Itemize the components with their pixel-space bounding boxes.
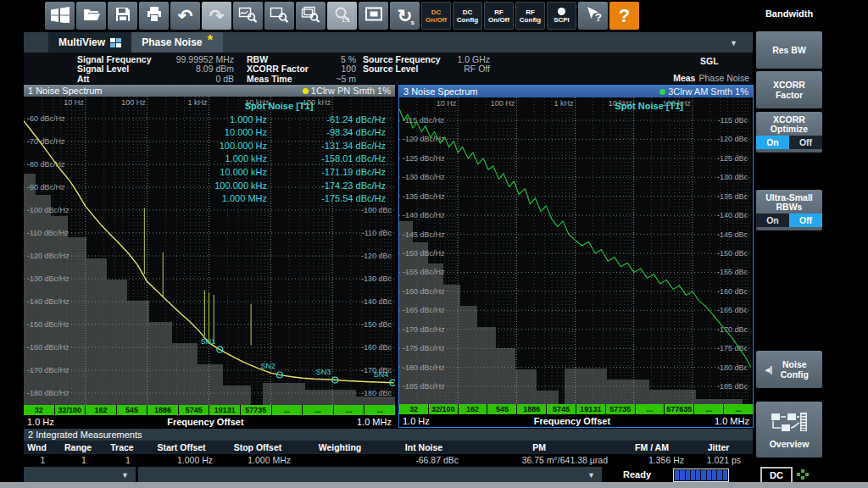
tab-overflow-chevron-icon[interactable]: ▼ bbox=[730, 39, 737, 47]
x-axis-title: Frequency Offset bbox=[534, 416, 610, 426]
svg-text:-165 dBc/Hz: -165 dBc/Hz bbox=[403, 306, 445, 314]
status-field-mid[interactable]: ▼ bbox=[138, 467, 602, 482]
overview-flowchart-icon bbox=[770, 411, 809, 436]
xcorr-optimize-on[interactable]: On bbox=[756, 136, 789, 149]
rf-on-off-button[interactable]: RFOn/Off bbox=[484, 2, 514, 30]
help-button[interactable]: ? bbox=[609, 2, 639, 30]
svg-text:-150 dBc/Hz: -150 dBc/Hz bbox=[27, 320, 70, 329]
xcorr-factor-softkey[interactable]: XCORR Factor bbox=[756, 71, 822, 108]
zoom-rect-button[interactable] bbox=[264, 2, 294, 30]
xcorr-factor-cell: ... bbox=[303, 405, 333, 415]
svg-text:-175 dBc/Hz: -175 dBc/Hz bbox=[403, 344, 445, 352]
chevron-down-icon[interactable]: ▼ bbox=[587, 471, 595, 480]
xcorr-factor-cell: 577635 bbox=[665, 404, 693, 414]
x-axis-end: 1.0 MHz bbox=[357, 417, 392, 427]
svg-text:-130 dBc/Hz: -130 dBc/Hz bbox=[27, 274, 70, 283]
undo-icon: ↶ bbox=[178, 8, 193, 25]
info-value: RF Off bbox=[464, 64, 490, 74]
svg-text:-130 dBc: -130 dBc bbox=[361, 274, 392, 283]
progress-segment bbox=[723, 470, 727, 480]
svg-text:-100 dBc: -100 dBc bbox=[361, 206, 392, 214]
context-help-button[interactable]: ? bbox=[578, 2, 608, 30]
dc-status-button[interactable]: DC bbox=[760, 467, 793, 484]
info-value: 0 dB bbox=[215, 75, 234, 84]
table-cell: -66.87 dBc bbox=[389, 454, 470, 466]
integrated-table-row[interactable]: 1111.000 Hz1.000 MHz-66.87 dBc36.75 m°/6… bbox=[24, 454, 753, 466]
svg-text:-185 dBc: -185 dBc bbox=[717, 382, 748, 391]
xcorr-optimize-softkey[interactable]: XCORR Optimize On Off bbox=[756, 112, 822, 152]
x-axis-end: 1.0 MHz bbox=[715, 416, 749, 426]
open-file-icon bbox=[82, 7, 101, 25]
ultra-small-rbws-off[interactable]: Off bbox=[789, 214, 822, 227]
xcorr-factor-cell: ... bbox=[694, 404, 723, 414]
svg-text:1 kHz: 1 kHz bbox=[554, 99, 574, 108]
spot-noise-title: Spot Noise [T1] bbox=[172, 100, 386, 114]
xcorr-factor-cell: 32 bbox=[24, 405, 54, 415]
ultra-small-rbws-on[interactable]: On bbox=[756, 214, 789, 227]
open-file-button[interactable] bbox=[76, 2, 106, 30]
progress-segment bbox=[701, 470, 705, 480]
display-frame-icon bbox=[364, 6, 383, 25]
tab-phase-noise[interactable]: Phase Noise * bbox=[131, 32, 223, 53]
zoom-draw-button[interactable] bbox=[233, 2, 263, 30]
print-button[interactable] bbox=[139, 2, 169, 30]
svg-text:-160 dBc/Hz: -160 dBc/Hz bbox=[27, 343, 70, 352]
window-1-plot[interactable]: -60 dBc/Hz-70 dBc/Hz-80 dBc/Hz-90 dBc/Hz… bbox=[24, 97, 395, 405]
trace-1-color-dot-icon bbox=[303, 88, 309, 94]
svg-text:-155 dBc: -155 dBc bbox=[717, 268, 748, 276]
save-button[interactable] bbox=[108, 2, 137, 30]
column-header: Trace bbox=[106, 441, 150, 454]
ultra-small-rbws-softkey[interactable]: Ultra-Small RBWs On Off bbox=[756, 190, 822, 230]
display-frame-button[interactable] bbox=[359, 2, 388, 30]
svg-text:100 Hz: 100 Hz bbox=[491, 99, 515, 108]
svg-text:-160 dBc: -160 dBc bbox=[361, 343, 392, 352]
zoom-one-to-one-button: 1:1 bbox=[327, 2, 357, 30]
xcorr-factor-cell: ... bbox=[272, 405, 303, 415]
status-field-left[interactable]: ▼ bbox=[24, 467, 136, 482]
status-bar: ▼ ▼ Ready DC bbox=[24, 467, 824, 482]
window-3-plot[interactable]: -115 dBc/Hz-115 dBc-120 dBc/Hz-120 dBc-1… bbox=[399, 97, 753, 404]
column-header: Stop Offset bbox=[225, 441, 303, 454]
instrument-screen: ↶↷1:1↻sDCOn/OffDCConfigRFOn/OffRFConfigS… bbox=[0, 0, 868, 488]
chevron-down-icon[interactable]: ▼ bbox=[121, 471, 129, 480]
scpi-button[interactable]: SCPI bbox=[547, 2, 576, 30]
undo-button[interactable]: ↶ bbox=[170, 2, 200, 30]
xcorr-factor-cell: 545 bbox=[487, 404, 516, 414]
trace-3-color-dot-icon bbox=[659, 89, 665, 95]
tab-multiview[interactable]: MultiView bbox=[48, 32, 131, 53]
ultra-small-rbws-toggle: On Off bbox=[756, 214, 822, 227]
svg-text:-100 dBc/Hz: -100 dBc/Hz bbox=[27, 206, 70, 214]
table-cell: 1.356 Hz bbox=[620, 454, 696, 466]
screen-bezel bbox=[0, 482, 868, 488]
refresh-single-button[interactable]: ↻s bbox=[390, 2, 420, 30]
info-value: ~5 m bbox=[336, 75, 356, 84]
context-help-icon: ? bbox=[584, 6, 603, 26]
svg-text:-160 dBc/Hz: -160 dBc/Hz bbox=[403, 287, 445, 296]
xcorr-optimize-off[interactable]: Off bbox=[789, 136, 822, 149]
noise-config-softkey[interactable]: ◂| Noise Config bbox=[756, 351, 822, 388]
overview-softkey[interactable]: Overview bbox=[756, 402, 822, 458]
meas-mode: Meas Phase Noise bbox=[673, 74, 749, 83]
integrated-table-header: WndRangeTraceStart OffsetStop OffsetWeig… bbox=[24, 441, 753, 454]
integrated-measurements-title: 2 Integrated Measurements bbox=[24, 429, 753, 441]
rf-config-button[interactable]: RFConfig bbox=[515, 2, 545, 30]
column-header: Int Noise bbox=[389, 441, 470, 454]
favorite-star-icon: * bbox=[208, 36, 214, 45]
print-icon bbox=[146, 6, 163, 26]
x-axis-start: 1.0 Hz bbox=[27, 417, 54, 427]
info-label: Source Level bbox=[363, 64, 426, 74]
window-1-header[interactable]: 1 Noise Spectrum 1Clrw PN Smth 1% bbox=[24, 85, 395, 97]
xcorr-factor-cell: 162 bbox=[459, 404, 487, 414]
info-label: Meas Time bbox=[247, 75, 301, 84]
zoom-multi-button[interactable] bbox=[296, 2, 326, 30]
xcorr-factor-cell: 32/100 bbox=[55, 405, 86, 415]
window-3-header[interactable]: 3 Noise Spectrum 3Clrw AM Smth 1% bbox=[399, 86, 753, 97]
svg-text:-160 dBc: -160 dBc bbox=[717, 287, 748, 296]
xcorr-factor-cell: 5745 bbox=[547, 404, 576, 414]
progress-segment bbox=[691, 470, 695, 480]
windows-menu-button[interactable] bbox=[45, 2, 75, 30]
dc-on-off-button[interactable]: DCOn/Off bbox=[421, 2, 451, 30]
res-bw-softkey[interactable]: Res BW bbox=[756, 31, 822, 69]
svg-text:10 Hz: 10 Hz bbox=[437, 99, 457, 108]
dc-config-button[interactable]: DCConfig bbox=[453, 2, 482, 30]
